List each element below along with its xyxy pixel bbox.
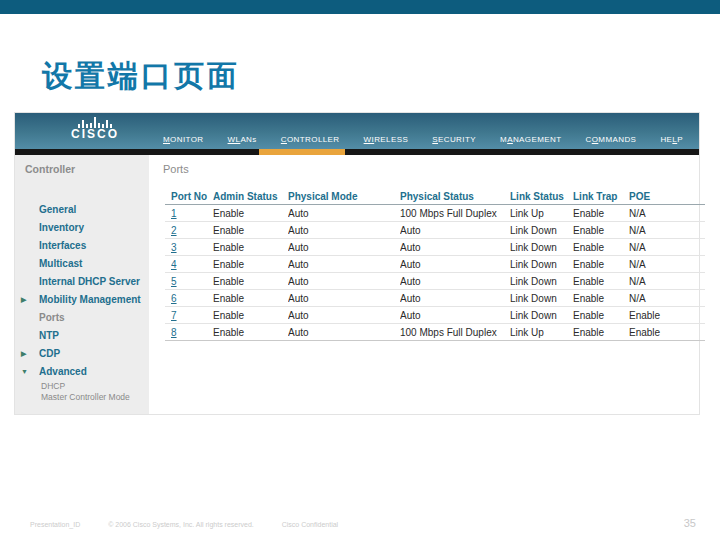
slide-title: 设置端口页面 xyxy=(42,56,240,97)
port-link-6[interactable]: 6 xyxy=(171,290,213,306)
table-row: 4EnableAutoAutoLink DownEnableN/A xyxy=(165,256,705,273)
nav-management[interactable]: MANAGEMENT xyxy=(500,135,561,144)
table-cell: Enable xyxy=(573,324,629,340)
cisco-logo-text: CISCO xyxy=(59,129,131,139)
wlc-screenshot: CISCO MONITORWLANsCONTROLLERWIRELESSSECU… xyxy=(14,112,700,415)
column-header-physical-mode: Physical Mode xyxy=(288,189,400,204)
table-cell: Link Down xyxy=(510,290,573,306)
sidebar-subitem-dhcp[interactable]: DHCP xyxy=(15,381,149,392)
table-cell: N/A xyxy=(629,273,687,289)
sidebar-item-label: General xyxy=(39,204,76,215)
port-link-3[interactable]: 3 xyxy=(171,239,213,255)
main-menu: MONITORWLANsCONTROLLERWIRELESSSECURITYMA… xyxy=(155,113,691,149)
nav-security[interactable]: SECURITY xyxy=(432,135,476,144)
sidebar-item-multicast[interactable]: Multicast xyxy=(15,255,149,273)
sidebar-heading: Controller xyxy=(25,163,149,175)
table-cell: Enable xyxy=(213,205,288,221)
column-header-port-no: Port No xyxy=(171,189,213,204)
table-cell: Enable xyxy=(573,239,629,255)
table-cell: Link Up xyxy=(510,205,573,221)
table-cell: Link Down xyxy=(510,273,573,289)
port-link-4[interactable]: 4 xyxy=(171,256,213,272)
sidebar-item-general[interactable]: General xyxy=(15,201,149,219)
table-cell: Link Up xyxy=(510,324,573,340)
table-cell: Auto xyxy=(288,307,400,323)
presentation-slide: 设置端口页面 CISCO MONITORWLANsCONTROLLERWIREL… xyxy=(0,0,720,540)
nav-help[interactable]: HELP xyxy=(660,135,683,144)
chevron-down-icon: ▼ xyxy=(21,363,28,381)
footer-confidential: Cisco Confidential xyxy=(282,521,338,528)
sidebar-item-label: Interfaces xyxy=(39,240,86,251)
app-navbar: CISCO MONITORWLANsCONTROLLERWIRELESSSECU… xyxy=(15,113,699,149)
port-link-8[interactable]: 8 xyxy=(171,324,213,340)
table-cell: Auto xyxy=(288,239,400,255)
nav-controller[interactable]: CONTROLLER xyxy=(281,135,340,144)
sidebar-item-advanced[interactable]: ▼Advanced xyxy=(15,363,149,381)
table-cell: Link Down xyxy=(510,239,573,255)
column-header-admin-status: Admin Status xyxy=(213,189,288,204)
table-row: 5EnableAutoAutoLink DownEnableN/A xyxy=(165,273,705,290)
table-cell: Auto xyxy=(288,222,400,238)
table-cell: Enable xyxy=(213,307,288,323)
cisco-logo: CISCO xyxy=(59,116,131,139)
sidebar-item-cdp[interactable]: ▶CDP xyxy=(15,345,149,363)
table-cell: 100 Mbps Full Duplex xyxy=(400,324,510,340)
table-cell: Enable xyxy=(573,256,629,272)
footer-copyright: © 2006 Cisco Systems, Inc. All rights re… xyxy=(108,521,254,528)
table-cell: Enable xyxy=(573,205,629,221)
table-cell: N/A xyxy=(629,222,687,238)
table-cell: N/A xyxy=(629,290,687,306)
port-link-5[interactable]: 5 xyxy=(171,273,213,289)
nav-wireless[interactable]: WIRELESS xyxy=(364,135,409,144)
table-cell: Link Down xyxy=(510,256,573,272)
table-cell: Auto xyxy=(288,205,400,221)
sidebar-item-mobility-management[interactable]: ▶Mobility Management xyxy=(15,291,149,309)
table-header-row: Port NoAdmin StatusPhysical ModePhysical… xyxy=(165,189,705,205)
table-cell: Enable xyxy=(629,307,687,323)
sidebar-item-label: Ports xyxy=(39,312,65,323)
page-number: 35 xyxy=(684,517,696,529)
table-cell: N/A xyxy=(629,239,687,255)
port-link-2[interactable]: 2 xyxy=(171,222,213,238)
sidebar-item-inventory[interactable]: Inventory xyxy=(15,219,149,237)
table-row: 7EnableAutoAutoLink DownEnableEnable xyxy=(165,307,705,324)
nav-monitor[interactable]: MONITOR xyxy=(163,135,203,144)
table-cell: Auto xyxy=(288,324,400,340)
content-title: Ports xyxy=(163,163,699,175)
sidebar-item-label: Master Controller Mode xyxy=(41,392,130,402)
sidebar-item-label: Inventory xyxy=(39,222,84,233)
table-cell: Auto xyxy=(400,307,510,323)
table-cell: Enable xyxy=(213,273,288,289)
table-row: 6EnableAutoAutoLink DownEnableN/A xyxy=(165,290,705,307)
port-link-7[interactable]: 7 xyxy=(171,307,213,323)
controller-sidebar: Controller GeneralInventoryInterfacesMul… xyxy=(15,155,149,414)
port-link-1[interactable]: 1 xyxy=(171,205,213,221)
table-cell: Auto xyxy=(288,290,400,306)
sidebar-subitem-master-controller-mode[interactable]: Master Controller Mode xyxy=(15,392,149,403)
nav-wlans[interactable]: WLANs xyxy=(228,135,257,144)
slide-footer: Presentation_ID © 2006 Cisco Systems, In… xyxy=(30,521,364,528)
sidebar-item-label: CDP xyxy=(39,348,60,359)
table-cell: Link Down xyxy=(510,307,573,323)
nav-commands[interactable]: COMMANDS xyxy=(586,135,637,144)
sidebar-item-ports[interactable]: Ports xyxy=(15,309,149,327)
table-cell: Enable xyxy=(213,222,288,238)
table-cell: Link Down xyxy=(510,222,573,238)
sidebar-item-internal-dhcp-server[interactable]: Internal DHCP Server xyxy=(15,273,149,291)
chevron-right-icon: ▶ xyxy=(21,345,26,363)
table-cell: N/A xyxy=(629,256,687,272)
table-cell: Enable xyxy=(213,256,288,272)
ports-content: Ports Port NoAdmin StatusPhysical ModePh… xyxy=(149,155,699,414)
table-cell: Auto xyxy=(288,256,400,272)
column-header-physical-status: Physical Status xyxy=(400,189,510,204)
sidebar-item-interfaces[interactable]: Interfaces xyxy=(15,237,149,255)
table-cell: Auto xyxy=(400,222,510,238)
table-cell: Enable xyxy=(213,290,288,306)
chevron-right-icon: ▶ xyxy=(21,291,26,309)
table-cell: Auto xyxy=(288,273,400,289)
slide-top-bar xyxy=(0,0,720,14)
sidebar-item-label: NTP xyxy=(39,330,59,341)
sidebar-item-ntp[interactable]: NTP xyxy=(15,327,149,345)
table-row: 8EnableAuto100 Mbps Full DuplexLink UpEn… xyxy=(165,324,705,341)
table-row: 2EnableAutoAutoLink DownEnableN/A xyxy=(165,222,705,239)
